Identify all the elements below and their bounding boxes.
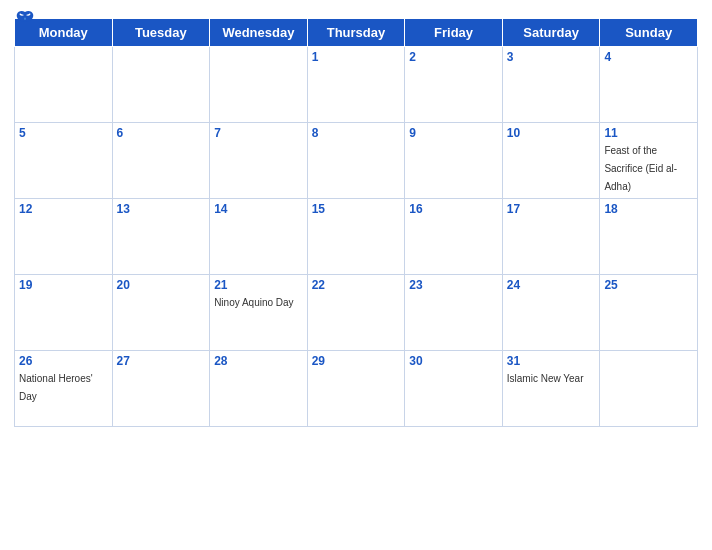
calendar-cell: 6 [112,123,210,199]
calendar-cell: 23 [405,275,503,351]
day-number: 8 [312,126,401,140]
calendar-cell: 4 [600,47,698,123]
week-row-0: 1234 [15,47,698,123]
day-number: 14 [214,202,303,216]
day-number: 23 [409,278,498,292]
weekday-header-sunday: Sunday [600,19,698,47]
calendar-cell: 10 [502,123,600,199]
day-number: 2 [409,50,498,64]
calendar-cell: 15 [307,199,405,275]
calendar-cell [15,47,113,123]
calendar-cell: 3 [502,47,600,123]
day-number: 19 [19,278,108,292]
day-number: 6 [117,126,206,140]
calendar-cell: 19 [15,275,113,351]
day-number: 1 [312,50,401,64]
calendar-cell: 12 [15,199,113,275]
holiday-text: Islamic New Year [507,373,584,384]
calendar-cell: 17 [502,199,600,275]
day-number: 31 [507,354,596,368]
calendar-cell [112,47,210,123]
calendar-cell: 29 [307,351,405,427]
calendar-cell: 26National Heroes' Day [15,351,113,427]
day-number: 17 [507,202,596,216]
day-number: 7 [214,126,303,140]
day-number: 29 [312,354,401,368]
calendar-cell: 7 [210,123,308,199]
day-number: 26 [19,354,108,368]
calendar-cell: 20 [112,275,210,351]
week-row-1: 567891011Feast of the Sacrifice (Eid al-… [15,123,698,199]
calendar-cell: 1 [307,47,405,123]
calendar-cell: 27 [112,351,210,427]
day-number: 27 [117,354,206,368]
logo-bird-icon [16,10,34,24]
week-row-2: 12131415161718 [15,199,698,275]
day-number: 24 [507,278,596,292]
day-number: 4 [604,50,693,64]
week-row-3: 192021Ninoy Aquino Day22232425 [15,275,698,351]
calendar-cell: 25 [600,275,698,351]
day-number: 12 [19,202,108,216]
calendar-cell: 22 [307,275,405,351]
logo-area [14,10,34,24]
weekday-header-wednesday: Wednesday [210,19,308,47]
day-number: 3 [507,50,596,64]
weekday-header-tuesday: Tuesday [112,19,210,47]
calendar-cell: 28 [210,351,308,427]
calendar-cell: 31Islamic New Year [502,351,600,427]
day-number: 11 [604,126,693,140]
day-number: 16 [409,202,498,216]
calendar-cell: 18 [600,199,698,275]
weekday-header-thursday: Thursday [307,19,405,47]
calendar-table: MondayTuesdayWednesdayThursdayFridaySatu… [14,18,698,427]
calendar-cell: 24 [502,275,600,351]
holiday-text: Feast of the Sacrifice (Eid al-Adha) [604,145,677,192]
calendar-cell: 5 [15,123,113,199]
day-number: 28 [214,354,303,368]
holiday-text: National Heroes' Day [19,373,93,402]
day-number: 20 [117,278,206,292]
weekday-header-friday: Friday [405,19,503,47]
day-number: 13 [117,202,206,216]
calendar-cell: 13 [112,199,210,275]
weekday-header-row: MondayTuesdayWednesdayThursdayFridaySatu… [15,19,698,47]
day-number: 9 [409,126,498,140]
calendar-cell [210,47,308,123]
calendar-cell: 8 [307,123,405,199]
calendar-cell: 21Ninoy Aquino Day [210,275,308,351]
day-number: 10 [507,126,596,140]
calendar-cell: 9 [405,123,503,199]
weekday-header-saturday: Saturday [502,19,600,47]
day-number: 18 [604,202,693,216]
day-number: 25 [604,278,693,292]
day-number: 30 [409,354,498,368]
calendar-cell: 2 [405,47,503,123]
calendar-container: MondayTuesdayWednesdayThursdayFridaySatu… [0,0,712,550]
week-row-4: 26National Heroes' Day2728293031Islamic … [15,351,698,427]
day-number: 21 [214,278,303,292]
calendar-cell: 14 [210,199,308,275]
day-number: 15 [312,202,401,216]
calendar-cell: 30 [405,351,503,427]
holiday-text: Ninoy Aquino Day [214,297,294,308]
calendar-cell [600,351,698,427]
day-number: 22 [312,278,401,292]
calendar-cell: 16 [405,199,503,275]
calendar-cell: 11Feast of the Sacrifice (Eid al-Adha) [600,123,698,199]
day-number: 5 [19,126,108,140]
